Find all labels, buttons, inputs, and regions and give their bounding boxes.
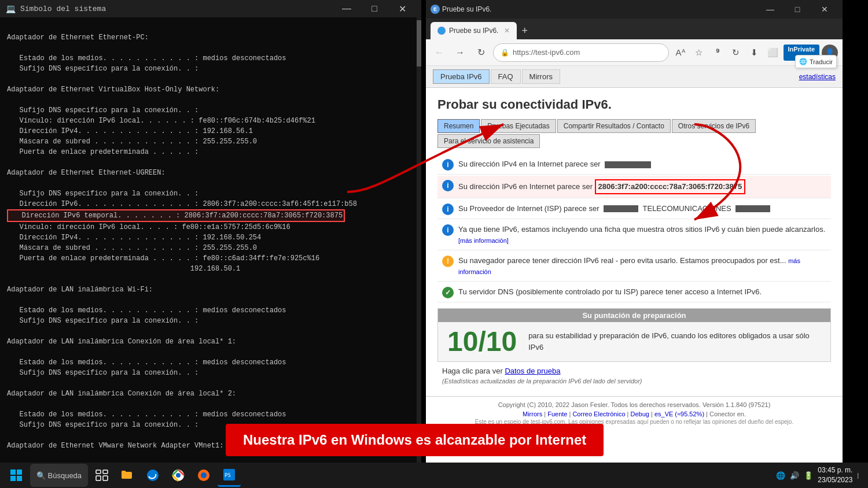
red-banner: Nuestra IPv6 en Windows es alcanzable po… [226,424,604,456]
collections-button[interactable]: ⁹ [709,45,726,61]
reload-button[interactable]: ↻ [472,44,490,61]
footer-link-locale[interactable]: es_VE (≈95.52%) [654,411,704,417]
ipv6-sites-link[interactable]: [más información] [458,237,509,244]
cmd-maximize-button[interactable]: □ [361,0,388,17]
cmd-line [7,157,414,168]
sub-tab-resumen[interactable]: Resumen [437,119,480,133]
taskbar-volume-icon[interactable]: 🔊 [790,471,799,480]
footer-link-email[interactable]: Correo Electrónico [572,411,625,417]
browser-minimize-button[interactable]: — [757,0,784,19]
cmd-title-text: Símbolo del sistema [20,5,106,13]
cmd-window: 💻 Símbolo del sistema — □ ✕ Adaptador de… [0,0,421,488]
sidebar-button[interactable]: ⬜ [765,45,781,61]
taskbar-powershell-button[interactable]: PS [218,464,241,487]
sub-tab-asistencia[interactable]: Para el servicio de asistencia [437,134,540,148]
refresh-button[interactable]: ↻ [728,45,744,61]
forward-button[interactable]: → [451,44,469,61]
data-link-prefix: Haga clic para ver [442,367,505,375]
cmd-line [7,274,414,284]
web-nav-tab-mirrors[interactable]: Mirrors [522,69,560,84]
cmd-line: Puerta de enlace predeterminada . . . . … [7,253,414,264]
score-section: Su puntación de preparación 10/10 para s… [437,308,831,362]
cmd-line: Dirección IPv6. . . . . . . . . . . . . … [7,199,414,209]
address-bar: ← → ↻ 🔒 https://test-ipv6.com Aᴬ ☆ ⁹ ↻ ⬇… [426,39,843,66]
warning-link[interactable]: más información [458,257,800,276]
taskbar-firefox-button[interactable] [192,464,215,487]
back-button[interactable]: ← [431,44,448,61]
taskbar-network-icon[interactable]: 🌐 [776,471,785,480]
taskbar-chrome-button[interactable] [167,464,190,487]
taskbar-explorer-button[interactable] [116,464,139,487]
svg-rect-1 [10,469,16,475]
read-mode-button[interactable]: Aᴬ [672,45,689,61]
address-text: https://test-ipv6.com [513,48,580,57]
browser-titlebar: E Pruebe su IPv6. — □ ✕ [426,0,843,19]
screenshot-button[interactable]: ⬇ [746,45,763,61]
browser-maximize-button[interactable]: □ [784,0,811,19]
info-row-ipv4: i Su dirección IPv4 en la Internet parec… [437,155,831,175]
web-nav-tab-prueba[interactable]: Prueba IPv6 [433,69,490,84]
data-link-anchor[interactable]: Datos de prueba [505,367,560,375]
footer-links: Mirrors | Fuente | Correo Electrónico | … [433,411,836,417]
cmd-scrollbar[interactable] [417,17,421,488]
translate-widget[interactable]: 🌐 Traducir [795,66,837,68]
cmd-line [7,295,414,305]
cmd-line: 192.168.50.1 [7,264,414,274]
cmd-line: Máscara de subred . . . . . . . . . . . … [7,136,414,147]
new-tab-button[interactable]: + [518,22,531,39]
cmd-line [7,326,414,337]
browser-title-left: E Pruebe su IPv6. [431,5,491,14]
favorites-button[interactable]: ☆ [691,45,707,61]
taskbar-taskview-button[interactable] [90,464,113,487]
web-nav-tab-faq[interactable]: FAQ [491,69,521,84]
info-icon-blue-3: i [442,204,454,215]
show-desktop-button[interactable]: | [857,472,859,479]
cmd-line: Estado de los medios. . . . . . . . . . … [7,357,414,368]
info-text-ipv6-sites: Ya que tiene IPv6, estamos incluyendo un… [458,224,826,246]
info-text-ipv4: Su dirección IPv4 en la Internet parece … [458,158,653,170]
isp-redacted-2 [735,205,770,212]
score-header: Su puntación de preparación [438,309,830,322]
footer-link-debug[interactable]: Debug [631,411,649,417]
ipv4-redacted [605,161,651,168]
info-text-dns: Tu servidor DNS (posiblemente controlado… [458,286,762,298]
cmd-line: Estado de los medios. . . . . . . . . . … [7,305,414,316]
info-row-ipv6: i Su dirección IPv6 en Internet parece s… [437,176,831,198]
info-icon-yellow: ! [442,256,454,267]
cmd-titlebar: 💻 Símbolo del sistema — □ ✕ [0,0,421,17]
tab-close-icon[interactable]: ✕ [504,27,510,35]
cmd-icon: 💻 [6,4,16,14]
svg-rect-8 [103,476,108,480]
svg-point-13 [201,472,207,478]
sub-tab-otros[interactable]: Otros servicios de IPv6 [672,119,756,133]
browser-close-button[interactable]: ✕ [811,0,838,19]
taskbar-edge-button[interactable] [141,464,164,487]
cmd-close-button[interactable]: ✕ [389,0,415,17]
cmd-line: Dirección IPv4. . . . . . . . . . . . . … [7,232,414,243]
score-description: para su estabilidad y preparación de IPv… [528,330,821,353]
footer-link-fuente[interactable]: Fuente [547,411,567,417]
isp-redacted [604,205,638,212]
info-text-ipv6: Su dirección IPv6 en Internet parece ser… [458,179,745,194]
cmd-line: Vínculo: dirección IPv6 local. . . . . .… [7,116,414,126]
cmd-line [7,378,414,389]
time-display[interactable]: 03:45 p. m. 23/05/2023 [818,465,852,485]
cmd-line: Adaptador de Ethernet Ethernet-PC: [7,32,414,43]
taskbar-battery-icon[interactable]: 🔋 [804,471,813,480]
estadisticas-link[interactable]: estadísticas [799,73,836,81]
svg-rect-7 [96,476,101,480]
sub-tab-pruebas[interactable]: Pruebas Ejecutadas [481,119,556,133]
browser-tabs-bar: 🌐 Pruebe su IPv6. ✕ + [426,19,843,39]
taskbar-search-button[interactable]: 🔍 Búsqueda [30,464,88,487]
browser-tab-active[interactable]: 🌐 Pruebe su IPv6. ✕ [431,22,517,39]
taskbar-start-button[interactable] [5,464,28,487]
sub-tab-compartir[interactable]: Compartir Resultados / Contacto [557,119,671,133]
website-main: Probar su conectividad IPv6. Resumen Pru… [426,88,843,396]
svg-rect-6 [103,470,108,474]
cmd-minimize-button[interactable]: — [333,0,360,17]
cmd-line [7,43,414,53]
address-input[interactable]: 🔒 https://test-ipv6.com [493,43,669,62]
cmd-line: Adaptador de LAN inalámbrica Conexión de… [7,389,414,399]
footer-link-mirrors[interactable]: Mirrors [523,411,542,417]
cmd-line: Vínculo: dirección IPv6 local. . . . : f… [7,222,414,232]
